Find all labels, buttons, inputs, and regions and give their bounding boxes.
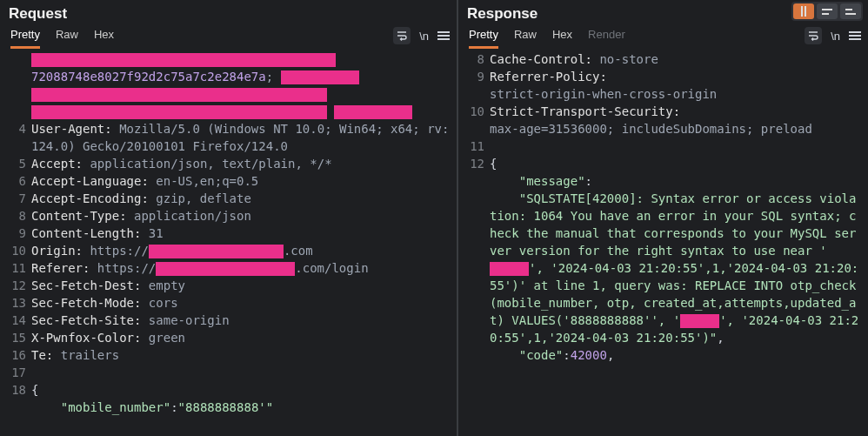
app-root: Request Pretty Raw Hex \n [0, 0, 868, 436]
response-toolbar: \n [805, 27, 861, 44]
response-editor[interactable]: 8Cache-Control: no-store 9Referrer-Polic… [458, 49, 868, 436]
request-toolbar: \n [393, 27, 450, 44]
response-tabs-row: Pretty Raw Hex Render \n [458, 23, 868, 49]
layout-toggle [791, 2, 863, 21]
layout-vertical-split[interactable] [793, 3, 814, 19]
newline-toggle[interactable]: \n [831, 30, 840, 43]
tab-raw[interactable]: Raw [514, 28, 537, 49]
request-title: Request [9, 5, 67, 23]
layout-horizontal-bottom[interactable] [840, 3, 861, 19]
response-panel: Response Pretty Raw Hex Render \n [458, 0, 868, 436]
sql-error-message: "SQLSTATE[42000]: Syntax error or access… [490, 191, 858, 345]
wrap-lines-button[interactable] [805, 27, 822, 44]
hamburger-menu[interactable] [849, 31, 861, 40]
tab-pretty[interactable]: Pretty [10, 28, 40, 49]
tab-render[interactable]: Render [588, 28, 625, 49]
hamburger-menu[interactable] [437, 31, 450, 40]
response-title: Response [467, 5, 537, 23]
request-panel: Request Pretty Raw Hex \n [0, 0, 458, 436]
request-tabs-row: Pretty Raw Hex \n [0, 23, 457, 49]
request-header-row: Request [0, 0, 457, 23]
response-tabs: Pretty Raw Hex Render [465, 23, 629, 49]
wrap-lines-button[interactable] [393, 27, 411, 44]
request-tabs: Pretty Raw Hex [7, 23, 117, 49]
tab-hex[interactable]: Hex [552, 28, 572, 49]
tab-raw[interactable]: Raw [56, 28, 78, 49]
hex-token: 72088748e8027f92d2c75a7c2e284e7a [31, 70, 266, 84]
request-editor[interactable]: 72088748e8027f92d2c75a7c2e284e7a; 4User-… [0, 49, 457, 436]
tab-pretty[interactable]: Pretty [469, 28, 498, 49]
layout-horizontal-top[interactable] [817, 3, 838, 19]
newline-toggle[interactable]: \n [419, 30, 429, 43]
tab-hex[interactable]: Hex [94, 28, 114, 49]
